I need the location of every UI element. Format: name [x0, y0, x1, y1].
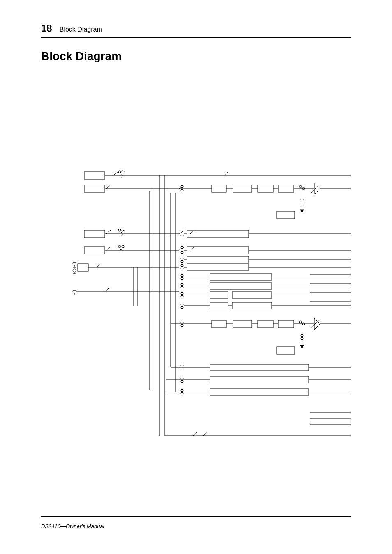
- svg-point-117: [181, 380, 183, 383]
- svg-rect-90: [232, 302, 272, 309]
- svg-point-18: [299, 185, 302, 188]
- svg-rect-119: [210, 376, 309, 383]
- svg-rect-84: [210, 292, 228, 298]
- page-title: Block Diagram: [41, 50, 351, 63]
- svg-rect-5: [84, 185, 105, 192]
- svg-point-74: [181, 277, 183, 280]
- svg-point-77: [181, 283, 183, 286]
- svg-rect-98: [258, 320, 273, 328]
- svg-rect-64: [187, 256, 249, 263]
- svg-point-62: [181, 260, 183, 263]
- svg-point-91: [181, 321, 183, 323]
- svg-point-46: [122, 245, 124, 248]
- svg-rect-42: [187, 230, 249, 238]
- svg-point-69: [73, 290, 76, 293]
- svg-point-35: [118, 229, 121, 231]
- page-header: 18 Block Diagram: [41, 23, 351, 38]
- svg-rect-52: [187, 247, 249, 254]
- svg-line-50: [179, 247, 184, 250]
- svg-rect-43: [84, 247, 105, 254]
- svg-point-2: [118, 171, 121, 173]
- svg-point-56: [73, 269, 76, 272]
- svg-point-81: [181, 292, 183, 295]
- svg-point-53: [73, 262, 76, 265]
- svg-rect-14: [258, 185, 273, 192]
- svg-point-73: [181, 274, 183, 277]
- svg-rect-10: [212, 185, 226, 192]
- svg-point-66: [181, 268, 183, 270]
- svg-point-87: [181, 306, 183, 309]
- svg-rect-89: [210, 302, 228, 309]
- svg-point-116: [181, 377, 183, 379]
- svg-rect-68: [187, 264, 249, 270]
- svg-rect-27: [277, 211, 295, 219]
- svg-point-102: [299, 321, 302, 323]
- svg-rect-76: [210, 274, 272, 280]
- svg-rect-16: [278, 185, 294, 192]
- svg-rect-115: [210, 364, 309, 371]
- svg-rect-59: [78, 264, 88, 271]
- svg-point-45: [118, 245, 121, 248]
- svg-point-113: [181, 368, 183, 370]
- svg-point-47: [120, 249, 122, 252]
- svg-rect-94: [212, 320, 226, 328]
- svg-point-78: [181, 286, 183, 289]
- svg-point-8: [181, 189, 183, 192]
- footer-text: DS2416—Owner's Manual: [41, 523, 104, 529]
- block-diagram-svg: [72, 169, 351, 444]
- svg-rect-80: [210, 283, 272, 289]
- svg-point-86: [181, 303, 183, 305]
- page-number: 18: [41, 23, 52, 34]
- svg-line-40: [179, 231, 184, 234]
- svg-point-121: [181, 392, 183, 395]
- svg-marker-110: [300, 345, 304, 349]
- svg-rect-12: [233, 185, 252, 192]
- block-diagram: [72, 169, 351, 444]
- svg-point-120: [181, 389, 183, 392]
- svg-rect-85: [232, 292, 272, 298]
- svg-point-39: [181, 235, 183, 237]
- svg-point-92: [181, 324, 183, 327]
- svg-rect-111: [277, 347, 295, 354]
- header-section-title: Block Diagram: [60, 26, 102, 33]
- svg-rect-0: [84, 172, 105, 179]
- svg-rect-123: [210, 389, 309, 395]
- svg-rect-96: [233, 320, 252, 328]
- svg-point-112: [181, 365, 183, 367]
- svg-point-82: [181, 295, 183, 298]
- svg-point-49: [181, 251, 183, 254]
- svg-point-4: [120, 175, 122, 177]
- svg-point-65: [181, 264, 183, 267]
- page: 18 Block Diagram Block Diagram: [0, 0, 392, 554]
- svg-rect-100: [278, 320, 294, 328]
- svg-rect-33: [84, 230, 105, 238]
- svg-point-61: [181, 257, 183, 259]
- svg-point-3: [122, 171, 124, 173]
- footer-rule: [41, 516, 351, 517]
